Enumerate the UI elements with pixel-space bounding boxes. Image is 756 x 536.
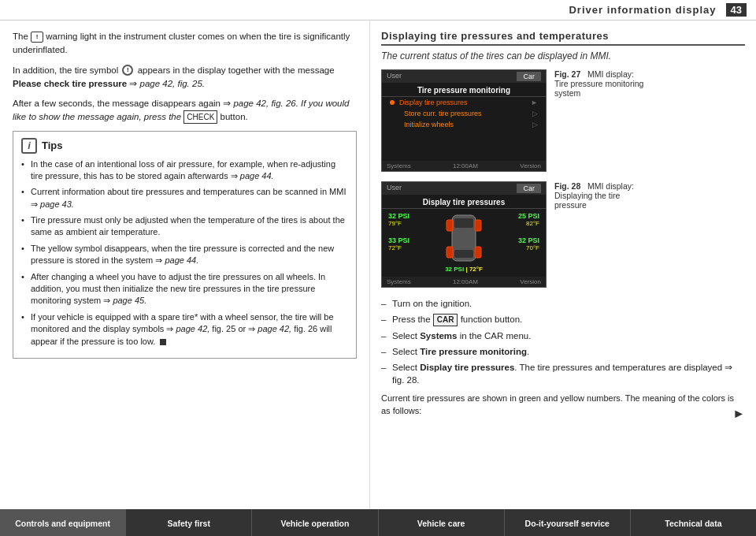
fig28-label: Fig. 28: [554, 181, 585, 191]
svg-rect-6: [475, 247, 481, 258]
more-arrow-icon: ►: [732, 405, 745, 422]
page-header: Driver information display 43: [0, 0, 756, 20]
active-dot: [390, 100, 395, 105]
end-marker: [160, 339, 166, 345]
svg-rect-2: [454, 250, 473, 258]
fr-psi: 25 PSI: [487, 212, 539, 220]
step-4: Select Tire pressure monitoring.: [381, 345, 745, 358]
section-title: Displaying tire pressures and temperatur…: [381, 30, 745, 46]
info-icon: i: [21, 138, 37, 154]
tip-5: After changing a wheel you have to adjus…: [21, 271, 348, 307]
tire-symbol-icon: !: [122, 65, 133, 76]
check-tire-msg: Please check tire pressure: [13, 79, 127, 88]
mmi-bottom-bar-27: Systems 12:00AM Version: [382, 161, 546, 171]
arrow-right-icon-2: ▷: [532, 110, 538, 117]
mmi-screen-fig27: User Car Tire pressure monitoring Displa…: [381, 69, 547, 172]
tip-1: In the case of an intentional loss of ai…: [21, 158, 348, 183]
para-warning: The ! warning light in the instrument cl…: [13, 30, 357, 58]
nav-safety[interactable]: Safety first: [126, 509, 252, 536]
steps-list: Turn on the ignition. Press the CAR func…: [381, 297, 745, 386]
step-3: Select Systems in the CAR menu.: [381, 329, 745, 342]
step-5: Select Display tire pressures. The tire …: [381, 361, 745, 386]
chapter-title: Driver information display: [569, 4, 716, 16]
page-number: 43: [726, 3, 747, 17]
check-button-label: CHECK: [183, 110, 217, 124]
car-tab-28: Car: [517, 184, 541, 193]
left-pressures: 32 PSI 79°F 33 PSI 72°F: [385, 212, 440, 273]
step-1: Turn on the ignition.: [381, 297, 745, 310]
bottom-version-27: Version: [520, 162, 541, 169]
tip-3: Tire pressure must only be adjusted when…: [21, 214, 348, 239]
mmi-top-bar-28: User Car: [382, 182, 546, 195]
step-2: Press the CAR function button.: [381, 313, 745, 326]
para-message: After a few seconds, the message disappe…: [13, 97, 357, 125]
tip-6: If your vehicle is equipped with a spare…: [21, 311, 348, 348]
fig28-caption: Fig. 28 MMI display: Displaying the tire…: [554, 181, 649, 210]
svg-rect-1: [454, 218, 473, 228]
menu-item-label-2: Store curr. tire pressures: [404, 110, 482, 117]
fig28-row: User Car Display tire pressures 32 PSI 7…: [381, 181, 745, 288]
car-diagram: 32 PSI | 72°F: [440, 212, 487, 273]
fig27-row: User Car Tire pressure monitoring Displa…: [381, 69, 745, 172]
mmi-top-bar-27: User Car: [382, 70, 546, 83]
nav-technical[interactable]: Technical data: [631, 509, 756, 536]
warning-light-icon: !: [31, 32, 43, 43]
mmi-screen-fig28: User Car Display tire pressures 32 PSI 7…: [381, 181, 547, 288]
bottom-systems-27: Systems: [387, 162, 411, 169]
fl-temp: 79°F: [388, 220, 440, 227]
bottom-version-28: Version: [520, 278, 541, 285]
fl-psi: 32 PSI: [388, 212, 440, 220]
spare-psi: 32 PSI | 72°F: [445, 266, 483, 273]
final-note: Current tire pressures are shown in gree…: [381, 393, 745, 417]
mmi-menu-title-27: Tire pressure monitoring: [382, 83, 546, 97]
tips-title: Tips: [42, 138, 63, 154]
tips-list: In the case of an intentional loss of ai…: [21, 158, 348, 348]
arrow-right-icon-3: ▷: [532, 121, 538, 128]
tip-2: Current information about tire pressures…: [21, 186, 348, 210]
section-subtitle: The current status of the tires can be d…: [381, 50, 745, 61]
bottom-systems-28: Systems: [387, 278, 411, 285]
bottom-time-27: 12:00AM: [453, 162, 478, 169]
menu-item-initialize: Initialize wheels ▷: [382, 119, 546, 130]
car-svg: [443, 212, 485, 266]
right-pressures: 25 PSI 82°F 32 PSI 70°F: [487, 212, 543, 273]
fig27-caption: Fig. 27 MMI display: Tire pressure monit…: [554, 69, 649, 98]
fig27-label: Fig. 27: [554, 69, 585, 79]
tip-4: The yellow symbol disappears, when the t…: [21, 243, 348, 267]
arrow-right-icon: ►: [531, 99, 538, 106]
pressure-display: 32 PSI 79°F 33 PSI 72°F: [382, 209, 546, 273]
car-button: CAR: [433, 314, 458, 326]
user-tab-28: User: [387, 184, 402, 193]
nav-diy-service[interactable]: Do-it-yourself service: [505, 509, 631, 536]
menu-item-store: Store curr. tire pressures ▷: [382, 108, 546, 119]
menu-item-label-3: Initialize wheels: [404, 121, 454, 128]
menu-item-display: Display tire pressures ►: [382, 97, 546, 108]
rr-psi: 32 PSI: [487, 236, 539, 244]
mmi-bottom-bar-28: Systems 12:00AM Version: [382, 277, 546, 287]
svg-rect-5: [447, 247, 453, 258]
main-content: The ! warning light in the instrument cl…: [0, 20, 756, 509]
svg-rect-4: [475, 220, 481, 231]
fr-temp: 82°F: [487, 220, 539, 227]
menu-item-label-1: Display tire pressures: [399, 99, 468, 106]
rl-temp: 72°F: [388, 244, 440, 251]
right-column: Displaying tire pressures and temperatur…: [370, 20, 756, 509]
rr-temp: 70°F: [487, 244, 539, 251]
rl-psi: 33 PSI: [388, 236, 440, 244]
bottom-navigation: Controls and equipment Safety first Vehi…: [0, 509, 756, 536]
para-tire-symbol: In addition, the tire symbol ! appears i…: [13, 64, 357, 91]
nav-vehicle-op[interactable]: Vehicle operation: [252, 509, 378, 536]
bottom-time-28: 12:00AM: [453, 278, 478, 285]
mmi-menu-title-28: Display tire pressures: [382, 195, 546, 209]
nav-vehicle-care[interactable]: Vehicle care: [379, 509, 505, 536]
user-tab-27: User: [387, 72, 402, 81]
tips-box: i Tips In the case of an intentional los…: [13, 131, 357, 359]
tips-header: i Tips: [21, 138, 348, 154]
left-column: The ! warning light in the instrument cl…: [0, 20, 370, 509]
car-tab-27: Car: [517, 72, 541, 81]
nav-controls[interactable]: Controls and equipment: [0, 509, 126, 536]
svg-rect-3: [447, 220, 453, 231]
